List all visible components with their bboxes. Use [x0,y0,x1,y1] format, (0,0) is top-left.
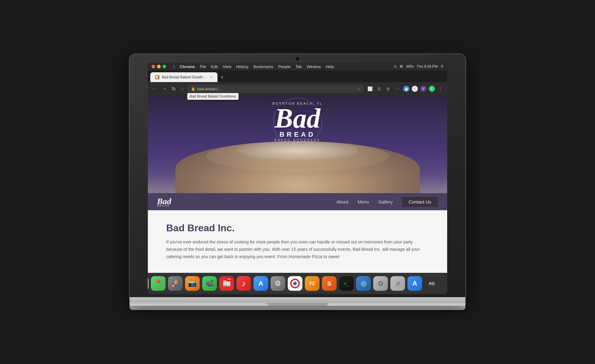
home-button[interactable]: ⌂ [179,85,185,93]
menu-people[interactable]: People [278,64,290,69]
nav-link-menu[interactable]: Menu [358,199,369,204]
menu-file[interactable]: File [200,64,206,69]
laptop-foot [130,306,465,310]
dock-facetime[interactable]: 📹 [202,276,217,291]
browser-toolbar: ← → ↻ ⌂ 🔒 bad-bread.r... Bad Bread Baked… [148,82,447,96]
site-navigation: Bad BREAD About Menu Gallery Contact Us [148,193,447,210]
dock-photos[interactable]: 📷 [185,276,200,291]
dock-sublime[interactable]: S [322,276,337,291]
search-icon[interactable]: ⚲ [441,64,444,69]
extension-icon-2[interactable]: ⋯ [394,85,401,92]
browser-tabs-bar: 🍞 Bad Bread Baked Goodness × + [148,70,447,82]
tab-favicon: 🍞 [155,75,159,79]
bluetooth-icon: ⎘ [394,64,396,69]
tab-title: Bad Bread Baked Goodness [162,75,206,79]
dock-itunes[interactable]: ♬ [390,276,405,291]
dock-spacer1[interactable] [447,276,447,291]
toolbar-extensions: ⬜ ⊟ ⊛ ⋯ ◉ A V E ⋮ [367,85,444,92]
brand-logo: BOYNTON BEACH, FL Bad BREAD BAKED GOODNE… [272,102,323,142]
nav-links: About Menu Gallery Contact Us [337,197,438,207]
nav-link-gallery[interactable]: Gallery [378,199,393,204]
more-menu-button[interactable]: ⋮ [437,85,444,92]
chrome-ext-1[interactable]: ◉ [403,86,409,92]
address-bar[interactable]: 🔒 bad-bread.r... Bad Bread Baked Goodnes… [187,85,364,93]
menu-edit[interactable]: Edit [211,64,218,69]
dock-music[interactable]: ♪ [236,276,251,291]
extension-icon-1[interactable]: ⊟ [376,85,382,92]
nav-logo[interactable]: Bad BREAD [157,196,171,207]
cast-icon[interactable]: ⬜ [367,85,373,92]
dock-calendar[interactable]: 📅 [148,276,148,291]
about-section: Bad Bread Inc. If you've ever endured th… [148,210,447,272]
bookmark-star-icon[interactable]: ☆ [357,87,360,91]
nav-cta-contact[interactable]: Contact Us [402,197,438,207]
forward-button[interactable]: → [161,85,168,93]
nav-logo-sub: BREAD [157,204,171,207]
laptop-base [130,297,465,306]
chrome-ext-4[interactable]: E [429,86,435,92]
dock-news[interactable]: 📰 201 [219,276,234,291]
dock-rd[interactable]: RD [425,276,439,291]
url-tooltip: Bad Bread Baked Goodness [187,93,239,100]
brand-tagline: BAKED GOODNESS [272,139,323,142]
bread-image [160,135,435,193]
hero-section: BOYNTON BEACH, FL Bad BREAD BAKED GOODNE… [148,96,447,193]
website-content: BOYNTON BEACH, FL Bad BREAD BAKED GOODNE… [148,96,447,272]
chrome-ext-2[interactable]: A [412,86,418,92]
puzzle-icon[interactable]: ⊛ [385,85,392,92]
dock-maps[interactable]: 📍 [151,276,166,291]
menu-view[interactable]: View [223,64,231,69]
dock-appstore[interactable]: A [254,276,268,291]
menubar-right: ⎘ ⌘ 66% Thu 9:39 PM ⚲ [394,64,444,69]
screen:  Chrome File Edit View History Bookmark… [148,63,447,294]
clock: Thu 9:39 PM [417,64,438,69]
menu-tab[interactable]: Tab [295,64,302,69]
mac-dock: 😊 ◉ 📝 📅 📍 � [148,273,447,294]
dock-capture[interactable]: ⊙ [373,276,388,291]
back-button[interactable]: ← [151,85,158,93]
url-text: bad-bread.r... [197,87,221,91]
maximize-button[interactable] [162,65,166,68]
menu-bookmarks[interactable]: Bookmarks [254,64,273,69]
security-icon: 🔒 [191,87,195,91]
tab-close-button[interactable]: × [210,75,213,80]
news-badge: 201 [226,277,233,281]
webcam [296,57,299,61]
active-tab[interactable]: 🍞 Bad Bread Baked Goodness × [150,72,217,82]
laptop-shell:  Chrome File Edit View History Bookmark… [130,54,465,310]
dock-blender[interactable]: ◎ [356,276,371,291]
brand-word: BREAD [272,131,323,139]
dock-appstore2[interactable]: A [407,276,422,291]
screen-bezel:  Chrome File Edit View History Bookmark… [130,54,465,297]
wifi-icon: ⌘ [400,64,403,69]
about-body: If you've ever endured the stress of coo… [166,239,429,260]
app-name-chrome[interactable]: Chrome [180,64,195,69]
apple-menu[interactable]:  [173,64,175,69]
dock-terminal[interactable]: >_ [339,276,354,291]
brand-script: Bad [272,106,323,131]
close-button[interactable] [151,65,155,68]
battery-text: 66% [406,64,414,69]
menu-help[interactable]: Help [326,64,334,69]
dock-dash[interactable]: 🚀 [168,276,183,291]
macos-menubar:  Chrome File Edit View History Bookmark… [148,63,447,70]
chrome-ext-3[interactable]: V [420,86,426,92]
dock-chrome[interactable] [288,276,302,291]
traffic-lights [151,65,166,68]
bread-flour [236,141,359,160]
menu-window[interactable]: Window [307,64,321,69]
new-tab-button[interactable]: + [217,73,227,82]
minimize-button[interactable] [157,65,161,68]
dock-filezilla[interactable]: FZ [305,276,319,291]
nav-link-about[interactable]: About [337,199,349,204]
menu-history[interactable]: History [236,64,248,69]
reload-button[interactable]: ↻ [170,85,177,93]
about-title: Bad Bread Inc. [166,222,429,234]
dock-settings[interactable]: ⚙ [271,276,285,291]
